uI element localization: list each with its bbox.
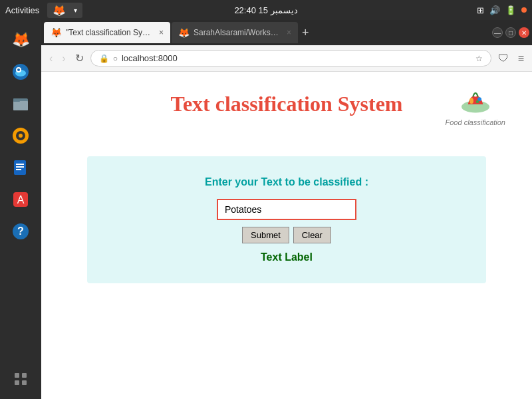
window-controls: — □ ✕ — [492, 27, 529, 38]
active-tab[interactable]: 🦊 "Text classification System" × — [44, 22, 170, 43]
form-area: Enter your Text to be classified : Subme… — [87, 156, 486, 283]
food-logo: Food classification — [446, 85, 506, 126]
svg-point-3 — [17, 68, 20, 71]
minimize-button[interactable]: — — [492, 27, 503, 38]
shield-button[interactable]: 🛡 — [495, 51, 511, 66]
battery-icon: 🔋 — [505, 5, 516, 15]
form-buttons: Submet Clear — [100, 227, 473, 243]
inactive-tab-close[interactable]: × — [287, 28, 291, 37]
svg-text:A: A — [17, 194, 25, 205]
form-label: Enter your Text to be classified : — [100, 176, 473, 188]
sidebar-item-writer[interactable] — [6, 153, 35, 182]
activities-button[interactable]: Activities — [5, 5, 39, 15]
sidebar-item-thunderbird[interactable] — [6, 57, 35, 86]
browser-window: 🦊 "Text classification System" × 🦊 Sarah… — [41, 20, 532, 399]
tab-favicon: 🦊 — [51, 27, 62, 38]
address-text: localhost:8000 — [122, 53, 471, 63]
svg-point-25 — [476, 100, 479, 104]
navbar: ‹ › ↻ 🔒 ○ localhost:8000 ☆ 🛡 ≡ — [41, 45, 532, 72]
firefox-dropdown-icon[interactable]: ▾ — [74, 7, 77, 14]
network-icon: ⊞ — [477, 5, 484, 15]
page-title: Text classification System — [170, 92, 402, 116]
taskbar-right: ⊞ 🔊 🔋 — [477, 5, 527, 15]
close-button[interactable]: ✕ — [519, 27, 529, 38]
sidebar-item-help[interactable]: ? — [6, 217, 35, 246]
firefox-taskbar-icon: 🦊 — [53, 4, 66, 17]
taskbar: Activities 🦊 ▾ 22:40 15 دیسمبر ⊞ 🔊 🔋 — [0, 0, 532, 20]
svg-rect-18 — [15, 373, 19, 378]
svg-text:?: ? — [17, 225, 24, 237]
svg-rect-11 — [16, 164, 24, 165]
text-input[interactable] — [217, 199, 356, 220]
food-logo-svg — [456, 85, 495, 118]
bookmark-icon[interactable]: ☆ — [475, 54, 483, 63]
new-tab-button[interactable]: + — [302, 26, 309, 40]
sidebar-item-apps[interactable] — [6, 364, 35, 394]
inactive-tab-label: SarahAlsarami/Workshop-2... — [194, 28, 280, 37]
address-bar[interactable]: 🔒 ○ localhost:8000 ☆ — [90, 50, 491, 66]
sidebar-item-appstore[interactable]: A — [6, 185, 35, 214]
svg-rect-6 — [13, 98, 20, 102]
tab-bar: 🦊 "Text classification System" × 🦊 Sarah… — [41, 20, 532, 45]
svg-point-23 — [469, 98, 473, 104]
inactive-tab[interactable]: 🦊 SarahAlsarami/Workshop-2... × — [172, 22, 298, 43]
sidebar-item-firefox[interactable]: 🦊 — [6, 25, 35, 55]
reload-button[interactable]: ↻ — [72, 51, 86, 66]
back-button[interactable]: ‹ — [47, 51, 55, 66]
active-tab-label: "Text classification System" — [66, 28, 152, 37]
active-tab-close[interactable]: × — [159, 28, 164, 37]
firefox-taskbar-item[interactable]: 🦊 ▾ — [47, 3, 82, 18]
status-indicator — [521, 7, 527, 13]
lock-icon: ○ — [113, 54, 118, 63]
food-logo-text: Food classification — [446, 118, 506, 126]
svg-rect-19 — [22, 373, 27, 378]
menu-button[interactable]: ≡ — [515, 51, 527, 66]
inactive-tab-favicon: 🦊 — [178, 27, 190, 38]
result-label: Text Label — [100, 251, 473, 263]
svg-rect-13 — [16, 169, 21, 170]
svg-rect-12 — [16, 166, 24, 168]
clear-button[interactable]: Clear — [293, 227, 331, 243]
maximize-button[interactable]: □ — [505, 27, 516, 38]
volume-icon: 🔊 — [489, 5, 500, 15]
sidebar-item-files[interactable] — [6, 89, 35, 118]
svg-rect-5 — [13, 101, 28, 110]
security-icon: 🔒 — [99, 54, 109, 63]
svg-point-9 — [19, 134, 23, 138]
svg-rect-20 — [15, 380, 19, 385]
forward-button[interactable]: › — [59, 51, 68, 66]
page-content: Food classification Text classification … — [41, 72, 532, 399]
submit-button[interactable]: Submet — [242, 227, 289, 243]
clock: 22:40 15 دیسمبر — [234, 5, 297, 15]
sidebar-item-audio[interactable] — [6, 121, 35, 150]
svg-rect-21 — [22, 380, 27, 385]
sidebar: 🦊 — [0, 20, 41, 399]
